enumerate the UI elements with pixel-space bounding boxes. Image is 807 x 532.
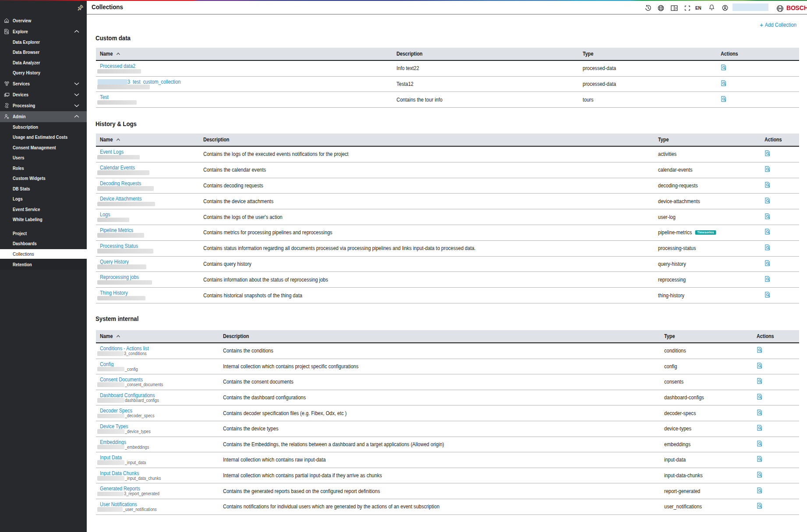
svg-text:?: ? (675, 7, 677, 11)
